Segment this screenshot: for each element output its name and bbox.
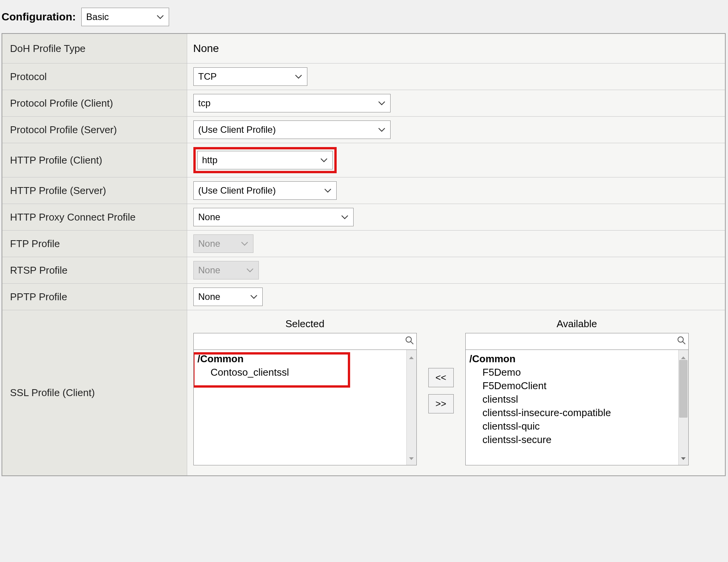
- pptp-profile-value: None: [198, 291, 220, 302]
- chevron-down-icon: [241, 241, 248, 246]
- ssl-available-item[interactable]: clientssl: [466, 393, 688, 406]
- ftp-profile-select: None: [193, 234, 253, 253]
- ssl-selected-listbox[interactable]: /Common Contoso_clientssl: [193, 350, 417, 465]
- scroll-up-icon[interactable]: [408, 351, 414, 362]
- rtsp-profile-select: None: [193, 261, 259, 279]
- http-proxy-connect-select[interactable]: None: [193, 208, 354, 226]
- chevron-down-icon: [246, 268, 254, 273]
- ssl-available-group: /Common: [466, 352, 688, 366]
- svg-line-1: [411, 341, 413, 344]
- configuration-label: Configuration:: [2, 11, 76, 23]
- row-label-http-proxy-connect: HTTP Proxy Connect Profile: [2, 204, 187, 231]
- scrollbar-thumb[interactable]: [679, 360, 688, 418]
- http-profile-client-highlight: http: [193, 147, 337, 173]
- row-label-ftp-profile: FTP Profile: [2, 231, 187, 257]
- ssl-available-item[interactable]: F5DemoClient: [466, 379, 688, 393]
- ssl-selected-item[interactable]: Contoso_clientssl: [194, 366, 416, 379]
- chevron-down-icon: [295, 74, 302, 79]
- configuration-select[interactable]: Basic: [81, 8, 169, 26]
- protocol-select[interactable]: TCP: [193, 67, 307, 86]
- row-label-http-profile-server: HTTP Profile (Server): [2, 177, 187, 204]
- ssl-selected-search-input[interactable]: [194, 333, 399, 350]
- row-label-ssl-profile-client: SSL Profile (Client): [2, 310, 187, 476]
- ssl-selected-scrollbar[interactable]: [406, 350, 416, 465]
- ssl-available-item[interactable]: clientssl-insecure-compatible: [466, 406, 688, 420]
- rtsp-profile-value: None: [198, 265, 220, 276]
- row-label-protocol-profile-client: Protocol Profile (Client): [2, 90, 187, 117]
- protocol-profile-client-select[interactable]: tcp: [193, 94, 391, 112]
- ssl-available-scrollbar[interactable]: [678, 350, 688, 465]
- chevron-down-icon: [320, 157, 328, 163]
- chevron-down-icon: [250, 294, 258, 299]
- doh-profile-type-value: None: [187, 33, 725, 64]
- pptp-profile-select[interactable]: None: [193, 288, 263, 306]
- ssl-available-item[interactable]: F5Demo: [466, 366, 688, 379]
- ssl-available-listbox[interactable]: /Common F5Demo F5DemoClient clientssl cl…: [465, 350, 689, 465]
- search-icon: [405, 336, 414, 347]
- svg-point-0: [406, 337, 411, 342]
- ssl-selected-title: Selected: [193, 318, 417, 333]
- ssl-selected-group: /Common: [194, 352, 416, 366]
- ssl-available-search-input[interactable]: [466, 333, 671, 350]
- chevron-down-icon: [341, 214, 349, 220]
- ssl-available-search[interactable]: [465, 333, 689, 350]
- chevron-down-icon: [378, 100, 386, 106]
- http-profile-client-select[interactable]: http: [197, 151, 333, 169]
- configuration-select-value: Basic: [86, 12, 109, 22]
- svg-point-2: [678, 337, 683, 342]
- ftp-profile-value: None: [198, 238, 220, 249]
- row-label-doh-profile-type: DoH Profile Type: [2, 33, 187, 64]
- row-label-protocol: Protocol: [2, 64, 187, 90]
- chevron-down-icon: [378, 127, 386, 132]
- protocol-profile-server-value: (Use Client Profile): [198, 124, 276, 135]
- move-left-button[interactable]: <<: [428, 368, 454, 387]
- ssl-available-title: Available: [465, 318, 689, 333]
- search-icon: [677, 336, 686, 347]
- row-label-rtsp-profile: RTSP Profile: [2, 257, 187, 284]
- http-proxy-connect-value: None: [198, 212, 220, 222]
- svg-line-3: [683, 341, 685, 344]
- ssl-available-item[interactable]: clientssl-secure: [466, 433, 688, 447]
- scroll-down-icon[interactable]: [680, 453, 686, 463]
- chevron-down-icon: [156, 14, 164, 20]
- http-profile-server-select[interactable]: (Use Client Profile): [193, 181, 337, 200]
- http-profile-client-value: http: [202, 155, 218, 166]
- configuration-table: DoH Profile Type None Protocol TCP Proto…: [2, 33, 726, 476]
- protocol-select-value: TCP: [198, 71, 217, 82]
- scroll-down-icon[interactable]: [408, 453, 414, 463]
- protocol-profile-server-select[interactable]: (Use Client Profile): [193, 120, 391, 139]
- row-label-pptp-profile: PPTP Profile: [2, 284, 187, 310]
- row-label-http-profile-client: HTTP Profile (Client): [2, 143, 187, 177]
- chevron-down-icon: [324, 188, 332, 193]
- row-label-protocol-profile-server: Protocol Profile (Server): [2, 117, 187, 143]
- ssl-selected-search[interactable]: [193, 333, 417, 350]
- ssl-available-item[interactable]: clientssl-quic: [466, 420, 688, 433]
- protocol-profile-client-value: tcp: [198, 98, 211, 109]
- move-right-button[interactable]: >>: [428, 394, 454, 413]
- http-profile-server-value: (Use Client Profile): [198, 185, 276, 196]
